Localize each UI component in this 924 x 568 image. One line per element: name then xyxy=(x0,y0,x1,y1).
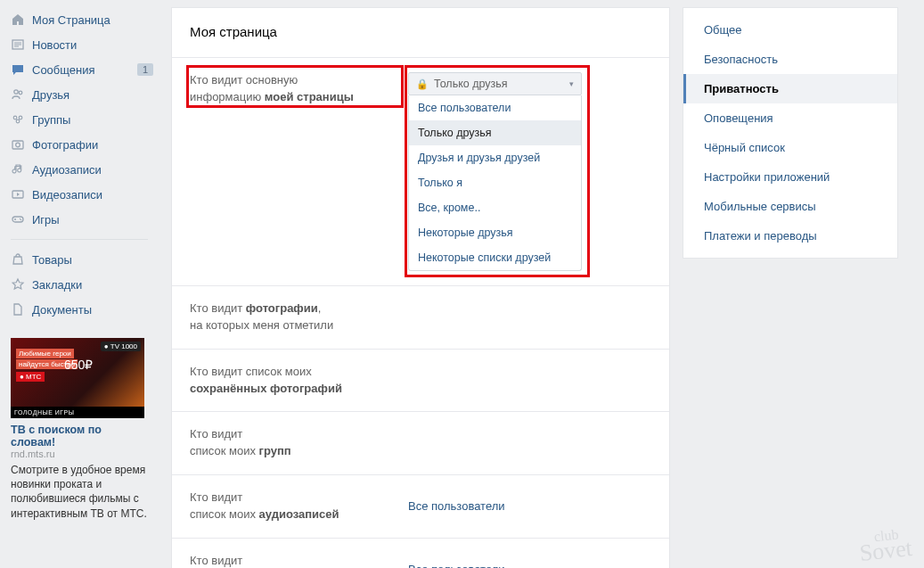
home-icon xyxy=(11,12,32,27)
dropdown-option[interactable]: Все, кроме.. xyxy=(409,195,581,220)
nav-label: Игры xyxy=(32,213,153,226)
news-icon xyxy=(11,37,32,52)
main-panel: Моя страница Кто видит основную информац… xyxy=(171,7,670,568)
svg-rect-12 xyxy=(12,217,23,222)
setting-value[interactable]: Все пользователи xyxy=(408,553,505,568)
setting-row-tagged-photos: Кто видит фотографии, на которых меня от… xyxy=(172,286,669,350)
tab-payments[interactable]: Платежи и переводы xyxy=(683,221,897,251)
dropdown-option[interactable]: Некоторые друзья xyxy=(409,220,581,245)
setting-row-basic-info: Кто видит основную информацию моей стран… xyxy=(172,58,669,286)
ad-domain: rnd.mts.ru xyxy=(11,449,148,459)
tab-apps[interactable]: Настройки приложений xyxy=(683,162,897,192)
nav-label: Документы xyxy=(32,303,153,317)
dropdown-list: Все пользователи Только друзья Друзья и … xyxy=(408,95,582,271)
nav-news[interactable]: Новости xyxy=(0,32,159,57)
ad-block[interactable]: ● TV 1000 Любимые герои найдутся быстро … xyxy=(11,338,148,521)
tab-blacklist[interactable]: Чёрный список xyxy=(683,133,897,162)
ad-price: 650₽ xyxy=(64,358,93,372)
dropdown-option[interactable]: Только друзья xyxy=(409,120,581,145)
label-line: список моих xyxy=(190,507,259,521)
nav-label: Товары xyxy=(32,253,153,267)
svg-point-5 xyxy=(19,91,22,95)
ad-footer: ГОЛОДНЫЕ ИГРЫ xyxy=(11,407,144,418)
nav-favorites[interactable]: Закладки xyxy=(0,272,159,297)
ad-image: ● TV 1000 Любимые герои найдутся быстро … xyxy=(11,338,144,418)
dropdown-option[interactable]: Все пользователи xyxy=(409,95,581,120)
tab-security[interactable]: Безопасность xyxy=(683,45,897,74)
setting-row-saved-photos: Кто видит список моих сохранённых фотогр… xyxy=(172,350,669,413)
dropdown-option[interactable]: Друзья и друзья друзей xyxy=(409,145,581,170)
chevron-down-icon: ▾ xyxy=(569,79,574,88)
nav-label: Друзья xyxy=(32,88,153,102)
nav-audio[interactable]: Аудиозаписи xyxy=(0,157,159,182)
tab-notifications[interactable]: Оповещения xyxy=(683,103,897,133)
label-bold: групп xyxy=(259,444,291,457)
camera-icon xyxy=(11,137,32,152)
unread-badge: 1 xyxy=(137,63,153,76)
message-icon xyxy=(11,62,32,77)
setting-label: Кто видит список моих аудиозаписей xyxy=(190,490,408,523)
star-icon xyxy=(11,277,32,292)
svg-point-16 xyxy=(20,219,21,220)
tab-privacy[interactable]: Приватность xyxy=(683,74,897,103)
doc-icon xyxy=(11,302,32,317)
ad-title: ТВ с поиском по словам! xyxy=(11,424,148,449)
nav-label: Видеозаписи xyxy=(32,188,153,202)
nav-label: Группы xyxy=(32,113,153,127)
nav-my-page[interactable]: Моя Страница xyxy=(0,7,159,32)
nav-label: Моя Страница xyxy=(32,13,153,27)
setting-label: Кто видит фотографии, на которых меня от… xyxy=(190,300,408,334)
label-line: на которых меня отметили xyxy=(190,318,333,332)
tab-mobile[interactable]: Мобильные сервисы xyxy=(683,192,897,221)
setting-label: Кто видит список моих подарков xyxy=(190,553,408,568)
label-bold: моей страницы xyxy=(265,90,354,103)
svg-point-4 xyxy=(14,90,18,94)
label-line: Кто видит xyxy=(190,554,242,567)
label-line: Кто видит основную xyxy=(190,73,298,86)
lock-icon: 🔒 xyxy=(416,78,429,90)
nav-label: Фотографии xyxy=(32,138,153,152)
nav-label: Сообщения xyxy=(32,63,137,77)
settings-tabs: Общее Безопасность Приватность Оповещени… xyxy=(683,7,898,259)
label-line: Кто видит xyxy=(190,427,242,440)
dropdown-option[interactable]: Только я xyxy=(409,170,581,195)
nav-divider xyxy=(11,239,148,240)
nav-label: Аудиозаписи xyxy=(32,163,153,177)
nav-docs[interactable]: Документы xyxy=(0,297,159,322)
nav-label: Новости xyxy=(32,38,153,52)
ad-description: Смотрите в удобное время новинки проката… xyxy=(11,463,148,521)
label-bold: аудиозаписей xyxy=(259,507,339,521)
label-line: , xyxy=(318,301,322,315)
nav-video[interactable]: Видеозаписи xyxy=(0,182,159,207)
ad-channel: ● TV 1000 xyxy=(101,342,141,351)
nav-label: Закладки xyxy=(32,278,153,292)
svg-point-8 xyxy=(16,119,20,123)
setting-label: Кто видит список моих сохранённых фотогр… xyxy=(190,364,408,398)
bag-icon xyxy=(11,252,32,267)
label-line: Кто видит xyxy=(190,301,246,315)
nav-photos[interactable]: Фотографии xyxy=(0,132,159,157)
label-line: Кто видит список моих xyxy=(190,365,312,378)
groups-icon xyxy=(11,112,32,127)
privacy-dropdown: 🔒 Только друзья ▾ Все пользователи Тольк… xyxy=(408,72,582,271)
label-bold: сохранённых фотографий xyxy=(190,382,342,395)
setting-row-groups: Кто видит список моих групп xyxy=(172,412,669,475)
label-bold: фотографии xyxy=(246,301,318,315)
dropdown-selected[interactable]: 🔒 Только друзья ▾ xyxy=(408,72,582,95)
label-line: информацию xyxy=(190,90,265,103)
nav-friends[interactable]: Друзья xyxy=(0,82,159,107)
nav-market[interactable]: Товары xyxy=(0,247,159,272)
video-icon xyxy=(11,187,32,202)
nav-games[interactable]: Игры xyxy=(0,207,159,232)
svg-point-6 xyxy=(13,116,17,119)
nav-messages[interactable]: Сообщения 1 xyxy=(0,57,159,82)
setting-label: Кто видит основную информацию моей стран… xyxy=(190,72,408,271)
svg-rect-9 xyxy=(12,141,23,149)
nav-groups[interactable]: Группы xyxy=(0,107,159,132)
setting-value[interactable]: Все пользователи xyxy=(408,490,505,523)
ad-brand: ● МТС xyxy=(16,372,45,382)
dropdown-option[interactable]: Некоторые списки друзей xyxy=(409,245,581,270)
setting-row-audio: Кто видит список моих аудиозаписей Все п… xyxy=(172,475,669,539)
tab-general[interactable]: Общее xyxy=(683,15,897,45)
left-sidebar: Моя Страница Новости Сообщения 1 Друзья … xyxy=(0,0,159,568)
